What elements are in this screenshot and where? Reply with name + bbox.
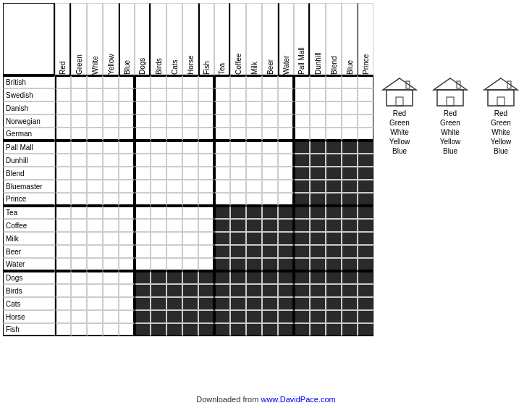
cell-19-2	[87, 323, 103, 336]
cell-4-1	[71, 128, 87, 141]
cell-12-17	[326, 232, 342, 245]
cell-17-17	[326, 297, 342, 310]
cell-4-12	[246, 128, 262, 141]
grid-row-11	[55, 219, 373, 232]
cell-2-4	[119, 101, 135, 115]
cell-11-13	[262, 219, 278, 232]
cell-11-14	[278, 219, 294, 232]
cell-10-12	[246, 206, 262, 219]
cell-17-8	[182, 297, 198, 310]
cell-2-17	[326, 101, 342, 115]
cell-0-14	[278, 75, 294, 88]
cell-9-12	[246, 193, 262, 206]
grid-row-18	[55, 310, 373, 323]
grid-row-8	[55, 180, 373, 193]
cell-1-3	[103, 88, 119, 101]
grid-rows	[55, 75, 373, 336]
cell-4-8	[182, 128, 198, 141]
grid-columns: RedGreenWhiteYellowBlueDogsBirdsCatsHors…	[55, 3, 373, 392]
col-header-16: Dunhill	[310, 3, 326, 75]
house-label-0-1: Green	[389, 118, 410, 128]
grid-row-7	[55, 167, 373, 180]
cell-2-9	[198, 101, 214, 115]
cell-7-15	[294, 167, 310, 180]
cell-19-16	[310, 323, 326, 336]
cell-7-6	[151, 167, 166, 180]
col-header-5: Dogs	[135, 3, 151, 75]
cell-18-5	[135, 310, 151, 323]
cell-7-17	[326, 167, 342, 180]
cell-11-1	[71, 219, 87, 232]
cell-18-9	[198, 310, 214, 323]
cell-17-12	[246, 297, 262, 310]
cell-1-16	[310, 88, 326, 101]
cell-3-6	[151, 115, 166, 128]
cell-18-12	[246, 310, 262, 323]
house-svg-1	[432, 77, 468, 107]
cell-9-16	[310, 193, 326, 206]
cell-18-11	[230, 310, 246, 323]
row-label-11: Coffee	[3, 219, 55, 232]
row-label-2: Danish	[3, 101, 55, 115]
cell-5-13	[262, 141, 278, 154]
footer-link[interactable]: www.DavidPace.com	[261, 395, 335, 404]
cell-12-6	[151, 232, 166, 245]
cell-12-11	[230, 232, 246, 245]
cell-14-7	[166, 258, 182, 271]
cell-16-6	[151, 284, 166, 297]
col-header-13: Beer	[262, 3, 278, 75]
cell-6-18	[342, 154, 358, 167]
svg-rect-10	[497, 97, 504, 106]
cell-7-5	[135, 167, 151, 180]
cell-16-1	[71, 284, 87, 297]
right-area: RedGreenWhiteYellowBlueRedGreenWhiteYell…	[373, 3, 532, 392]
cell-16-13	[262, 284, 278, 297]
cell-11-16	[310, 219, 326, 232]
cell-8-9	[198, 180, 214, 193]
cell-2-11	[230, 101, 246, 115]
cell-4-13	[262, 128, 278, 141]
row-label-1: Swedish	[3, 88, 55, 101]
house-labels-2: RedGreenWhiteYellowBlue	[491, 109, 512, 156]
cell-8-12	[246, 180, 262, 193]
cell-15-18	[342, 271, 358, 284]
cell-15-0	[55, 271, 71, 284]
cell-8-5	[135, 180, 151, 193]
cell-17-19	[358, 297, 373, 310]
house-label-0-0: Red	[393, 109, 406, 118]
row-label-14: Water	[3, 258, 55, 271]
cell-14-0	[55, 258, 71, 271]
cell-16-14	[278, 284, 294, 297]
cell-18-17	[326, 310, 342, 323]
svg-rect-2	[396, 97, 403, 106]
cell-17-16	[310, 297, 326, 310]
cell-8-7	[166, 180, 182, 193]
col-headers: RedGreenWhiteYellowBlueDogsBirdsCatsHors…	[55, 3, 373, 75]
cell-1-8	[182, 88, 198, 101]
row-label-10: Tea	[3, 206, 55, 219]
cell-10-4	[119, 206, 135, 219]
cell-8-4	[119, 180, 135, 193]
cell-7-11	[230, 167, 246, 180]
cell-13-7	[166, 245, 182, 258]
cell-5-9	[198, 141, 214, 154]
cell-10-18	[342, 206, 358, 219]
cell-9-7	[166, 193, 182, 206]
house-2: RedGreenWhiteYellowBlue	[478, 77, 523, 156]
cell-13-8	[182, 245, 198, 258]
cell-9-6	[151, 193, 166, 206]
cell-0-1	[71, 75, 87, 88]
cell-13-9	[198, 245, 214, 258]
col-header-8: Horse	[182, 3, 198, 75]
cell-19-8	[182, 323, 198, 336]
house-label-2-4: Blue	[494, 146, 508, 156]
cell-1-13	[262, 88, 278, 101]
cell-10-17	[326, 206, 342, 219]
cell-4-19	[358, 128, 373, 141]
grid-row-14	[55, 258, 373, 271]
grid-row-10	[55, 206, 373, 219]
cell-6-17	[326, 154, 342, 167]
cell-12-10	[214, 232, 230, 245]
cell-7-3	[103, 167, 119, 180]
cell-3-18	[342, 115, 358, 128]
